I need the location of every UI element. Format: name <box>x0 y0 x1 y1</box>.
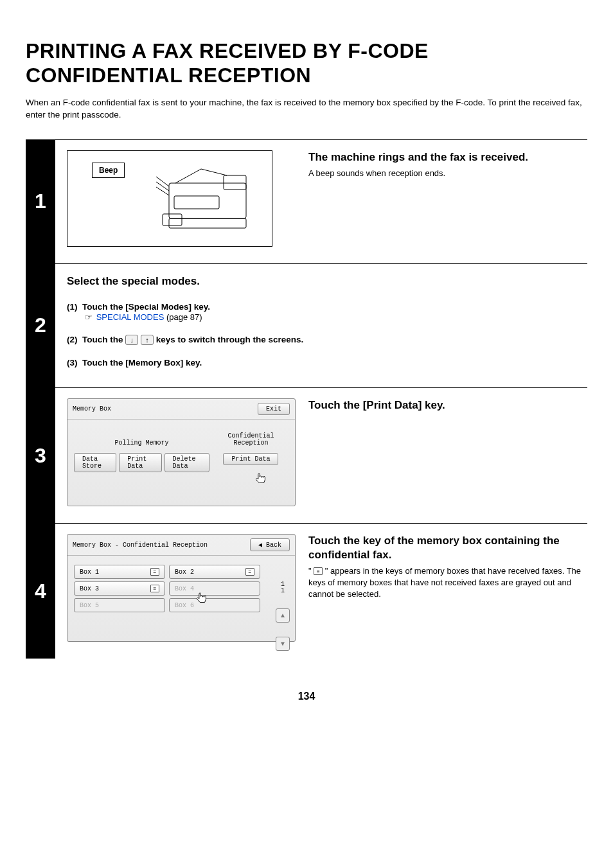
received-fax-icon: ≡ <box>150 585 159 592</box>
received-fax-icon: ≡ <box>150 568 159 576</box>
svg-rect-3 <box>174 196 219 209</box>
delete-data-button[interactable]: Delete Data <box>164 453 209 472</box>
beep-label: Beep <box>92 163 125 178</box>
step1-heading: The machine rings and the fax is receive… <box>308 150 587 164</box>
confidential-label-a: Confidential <box>227 432 274 439</box>
step4-desc: " ≡ " appears in the keys of memory boxe… <box>308 565 587 601</box>
step3-heading: Touch the [Print Data] key. <box>308 398 587 412</box>
step-number: 2 <box>26 264 55 388</box>
memory-box-panel: Memory Box Exit Polling Memory Data Stor… <box>67 398 296 506</box>
step1-desc: A beep sounds when reception ends. <box>308 168 587 179</box>
panel-title: Memory Box - Confidential Reception <box>73 542 208 549</box>
print-data-left-button[interactable]: Print Data <box>119 453 161 472</box>
printer-icon <box>156 157 265 241</box>
polling-memory-label: Polling Memory <box>114 431 168 447</box>
step-number: 3 <box>26 388 55 523</box>
arrow-up-key: ↑ <box>141 335 154 345</box>
confidential-label-b: Reception <box>233 439 268 447</box>
back-arrow-icon: ◀ <box>258 541 262 549</box>
box-label: Box 4 <box>175 585 194 592</box>
step-number: 1 <box>26 140 55 263</box>
item2-label: (2) <box>67 335 78 344</box>
hand-cursor-icon <box>195 592 209 606</box>
box-label: Box 2 <box>175 569 194 576</box>
title-line-1: PRINTING A FAX RECEIVED BY F-CODE <box>26 39 429 62</box>
step-3: 3 Memory Box Exit Polling Memory Data St… <box>26 387 587 523</box>
page-indicator: 1 1 <box>281 581 285 594</box>
pointer-icon: ☞ <box>85 312 93 322</box>
desc-b: " appears in the keys of memory boxes th… <box>308 566 581 599</box>
hand-cursor-icon <box>254 472 268 486</box>
svg-rect-0 <box>169 183 246 218</box>
received-fax-icon: ≡ <box>314 567 323 575</box>
memory-box-1-button[interactable]: Box 1≡ <box>74 565 165 579</box>
printer-illustration: Beep <box>67 150 272 247</box>
exit-button[interactable]: Exit <box>258 403 290 415</box>
box-label: Box 6 <box>175 602 194 609</box>
back-button[interactable]: ◀ Back <box>250 538 290 551</box>
memory-box-5-button: Box 5 <box>74 598 165 612</box>
arrow-down-key: ↓ <box>125 335 138 345</box>
svg-rect-1 <box>169 218 246 228</box>
item3-label: (3) <box>67 358 78 368</box>
step-1: 1 Beep <box>26 139 587 263</box>
step-number: 4 <box>26 524 55 659</box>
back-label: Back <box>266 542 281 549</box>
memory-box-6-button: Box 6 <box>169 598 260 612</box>
intro-text: When an F-code confidential fax is sent … <box>26 97 587 121</box>
scroll-up-button[interactable]: ▲ <box>276 608 290 623</box>
title-line-2: CONFIDENTIAL RECEPTION <box>26 64 311 87</box>
step2-item-1: (1) Touch the [Special Modes] key. ☞ SPE… <box>67 301 581 322</box>
memory-box-3-button[interactable]: Box 3≡ <box>74 581 165 596</box>
step-4: 4 Memory Box - Confidential Reception ◀ … <box>26 523 587 659</box>
item1-label: (1) <box>67 302 78 312</box>
received-fax-icon: ≡ <box>245 568 254 576</box>
data-store-button[interactable]: Data Store <box>74 453 116 472</box>
page-total: 1 <box>281 587 285 594</box>
item2-text-b: keys to switch through the screens. <box>156 335 304 344</box>
step2-item-3: (3) Touch the [Memory Box] key. <box>67 357 581 368</box>
box-label: Box 1 <box>80 569 99 576</box>
svg-rect-2 <box>224 175 246 190</box>
scroll-down-button[interactable]: ▼ <box>276 637 290 651</box>
step4-heading: Touch the key of the memory box containi… <box>308 534 587 562</box>
item3-text: Touch the [Memory Box] key. <box>82 358 202 368</box>
special-modes-link[interactable]: SPECIAL MODES <box>96 312 164 322</box>
item2-text-a: Touch the <box>82 335 125 344</box>
desc-a: " <box>308 566 314 576</box>
item1-text: Touch the [Special Modes] key. <box>82 302 210 312</box>
box-label: Box 3 <box>80 585 99 592</box>
panel-title: Memory Box <box>73 405 111 412</box>
page-number: 134 <box>26 691 587 702</box>
step2-item-2: (2) Touch the ↓ ↑ keys to switch through… <box>67 333 581 345</box>
page-title: PRINTING A FAX RECEIVED BY F-CODE CONFID… <box>26 39 587 88</box>
step2-heading: Select the special modes. <box>67 274 581 288</box>
item1-page: (page 87) <box>164 312 202 322</box>
memory-box-4-button: Box 4 <box>169 581 260 596</box>
print-data-right-button[interactable]: Print Data <box>223 453 278 465</box>
confidential-reception-panel: Memory Box - Confidential Reception ◀ Ba… <box>67 534 296 642</box>
step-2: 2 Select the special modes. (1) Touch th… <box>26 263 587 388</box>
box-label: Box 5 <box>80 602 99 609</box>
svg-rect-4 <box>163 214 182 226</box>
memory-box-2-button[interactable]: Box 2≡ <box>169 565 260 579</box>
